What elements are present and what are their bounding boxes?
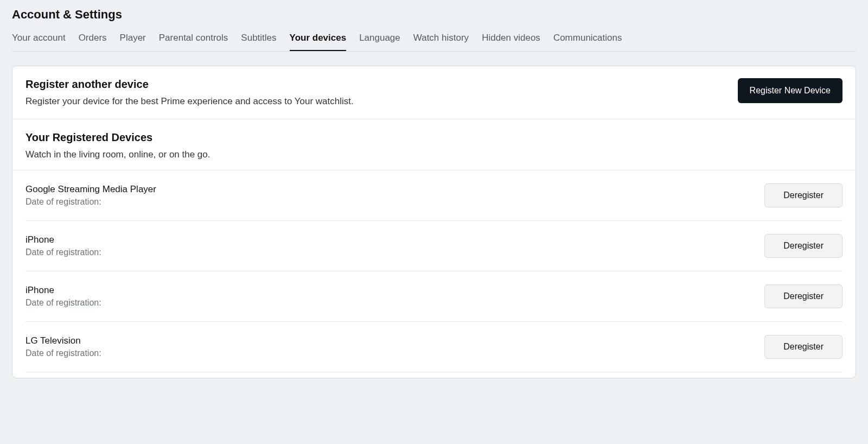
device-name: LG Television bbox=[25, 335, 101, 346]
tab-hidden-videos[interactable]: Hidden videos bbox=[482, 33, 540, 51]
deregister-button[interactable]: Deregister bbox=[764, 335, 843, 359]
device-row: iPhone Date of registration: Deregister bbox=[25, 271, 843, 322]
device-registration-date: Date of registration: bbox=[25, 197, 156, 207]
deregister-button[interactable]: Deregister bbox=[764, 234, 843, 258]
register-description: Register your device for the best Prime … bbox=[25, 96, 354, 107]
tab-watch-history[interactable]: Watch history bbox=[413, 33, 469, 51]
device-row: Google Streaming Media Player Date of re… bbox=[25, 170, 843, 221]
registered-devices-title: Your Registered Devices bbox=[25, 131, 843, 144]
tab-parental-controls[interactable]: Parental controls bbox=[159, 33, 228, 51]
device-row: iPhone Date of registration: Deregister bbox=[25, 221, 843, 271]
device-name: iPhone bbox=[25, 285, 101, 296]
register-title: Register another device bbox=[25, 78, 354, 91]
tab-your-devices[interactable]: Your devices bbox=[290, 33, 347, 51]
register-new-device-button[interactable]: Register New Device bbox=[738, 78, 843, 103]
deregister-button[interactable]: Deregister bbox=[764, 183, 843, 207]
registered-devices-section: Your Registered Devices Watch in the liv… bbox=[12, 119, 856, 170]
device-row: LG Television Date of registration: Dere… bbox=[25, 322, 843, 372]
device-registration-date: Date of registration: bbox=[25, 348, 101, 358]
device-registration-date: Date of registration: bbox=[25, 298, 101, 308]
registered-devices-description: Watch in the living room, online, or on … bbox=[25, 149, 843, 160]
tab-your-account[interactable]: Your account bbox=[12, 33, 66, 51]
devices-card: Register another device Register your de… bbox=[12, 66, 856, 378]
tab-language[interactable]: Language bbox=[359, 33, 400, 51]
devices-list: Google Streaming Media Player Date of re… bbox=[12, 170, 856, 378]
tab-communications[interactable]: Communications bbox=[553, 33, 622, 51]
deregister-button[interactable]: Deregister bbox=[764, 284, 843, 308]
device-name: Google Streaming Media Player bbox=[25, 184, 156, 195]
tab-player[interactable]: Player bbox=[120, 33, 146, 51]
device-registration-date: Date of registration: bbox=[25, 248, 101, 257]
tabs-nav: Your account Orders Player Parental cont… bbox=[12, 33, 856, 52]
tab-subtitles[interactable]: Subtitles bbox=[241, 33, 276, 51]
device-name: iPhone bbox=[25, 234, 101, 245]
tab-orders[interactable]: Orders bbox=[79, 33, 107, 51]
page-title: Account & Settings bbox=[12, 8, 856, 22]
register-device-section: Register another device Register your de… bbox=[12, 66, 856, 119]
